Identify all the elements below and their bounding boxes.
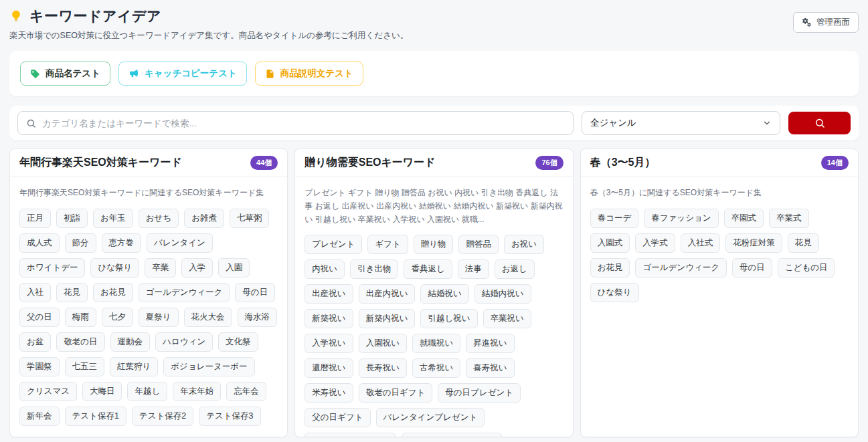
keyword-chip[interactable]: おせち (139, 209, 179, 228)
keyword-chip[interactable]: 七草粥 (230, 209, 270, 228)
keyword-chip[interactable]: 入学 (181, 258, 213, 278)
keyword-chip[interactable]: こどもの日 (778, 258, 835, 278)
keyword-chip[interactable]: 入園祝い (359, 334, 407, 353)
keyword-chip[interactable]: 新築内祝い (359, 309, 416, 328)
keyword-chip[interactable]: 成人式 (19, 233, 60, 253)
keyword-chip[interactable]: 入園式 (590, 233, 630, 253)
keyword-chip[interactable]: 法事 (458, 259, 489, 279)
keyword-chip[interactable]: ボジョレーヌーボー (163, 357, 254, 376)
keyword-chip[interactable]: 新築祝い (305, 309, 353, 328)
keyword-chip[interactable]: 香典返し (404, 259, 452, 279)
search-input[interactable] (42, 118, 565, 128)
keyword-chip[interactable]: ひな祭り (90, 258, 139, 278)
keyword-chip[interactable]: 入学式 (635, 233, 675, 253)
keyword-chip[interactable]: 春ファッション (644, 209, 718, 228)
keyword-chip[interactable]: 春コーデ (590, 209, 639, 228)
keyword-chip[interactable]: テスト保存3 (199, 407, 260, 426)
keyword-chip[interactable]: 花火大会 (184, 308, 232, 327)
keyword-chip[interactable]: ゴールデンウィーク (635, 258, 727, 278)
genre-select[interactable]: 全ジャンル (582, 111, 780, 135)
keyword-chip[interactable]: 引き出物 (350, 259, 398, 279)
keyword-chip[interactable]: 入社 (19, 283, 51, 302)
keyword-chip[interactable]: 花見 (788, 233, 819, 253)
keyword-chip[interactable]: バレンタインプレゼント (376, 408, 485, 427)
keyword-chip[interactable]: 花粉症対策 (725, 233, 782, 253)
keyword-chip[interactable]: 夏祭り (139, 308, 179, 327)
keyword-chip[interactable]: 結婚祝い (420, 284, 468, 304)
keyword-chip[interactable]: 大晦日 (82, 382, 122, 401)
keyword-chip[interactable]: 引越し祝い (420, 309, 477, 328)
keyword-chip[interactable]: 卒業 (145, 258, 176, 278)
keyword-chip[interactable]: 運動会 (110, 332, 151, 352)
search-submit-button[interactable] (788, 112, 851, 134)
description-test-button[interactable]: 商品説明文テスト (255, 62, 363, 86)
keyword-chip[interactable]: 昇進祝い (466, 334, 514, 353)
keyword-chip[interactable]: 父の日 (19, 308, 60, 327)
keyword-chip[interactable]: 海水浴 (238, 308, 278, 327)
keyword-chip[interactable]: お祝い (504, 235, 544, 254)
keyword-chip[interactable]: 還暦祝い (305, 358, 353, 378)
keyword-chip[interactable]: 内祝い (305, 259, 345, 279)
keyword-chip[interactable]: 卒業祝い (483, 309, 531, 328)
keyword-chip[interactable]: 恵方巻 (102, 233, 142, 253)
keyword-chip[interactable]: 出産祝い (305, 284, 353, 304)
keyword-chip[interactable]: お雑煮 (184, 209, 224, 228)
keyword-chip[interactable]: お年玉 (93, 209, 133, 228)
tag-icon (30, 69, 40, 79)
keyword-chip[interactable]: 学園祭 (19, 357, 60, 376)
keyword-chip[interactable]: 正月 (19, 209, 51, 228)
keyword-chip[interactable]: 梅雨 (65, 308, 96, 327)
admin-screen-button[interactable]: 管理画面 (793, 12, 859, 33)
keyword-chip[interactable]: クリスマスプレゼント (402, 433, 502, 437)
keyword-chip[interactable]: 父の日ギフト (305, 408, 370, 427)
keyword-chip[interactable]: 結婚内祝い (474, 284, 531, 304)
keyword-chip[interactable]: 年越し (127, 382, 167, 401)
keyword-chip[interactable]: 文化祭 (218, 332, 258, 352)
keyword-chip[interactable]: ひな祭り (590, 283, 639, 302)
keyword-chip[interactable]: 古希祝い (412, 358, 460, 378)
keyword-chip[interactable]: プレゼント (305, 235, 362, 254)
keyword-chip[interactable]: ギフト (367, 235, 408, 254)
keyword-chip[interactable]: ハロウィン (155, 332, 213, 352)
keyword-chip[interactable]: 年末年始 (173, 382, 221, 401)
keyword-chip[interactable]: お花見 (590, 258, 630, 278)
keyword-chip[interactable]: ゴールデンウィーク (139, 283, 230, 302)
keyword-chip[interactable]: 敬老の日 (56, 332, 104, 352)
keyword-chip[interactable]: バレンタイン (147, 233, 213, 253)
keyword-chip[interactable]: 米寿祝い (305, 383, 353, 403)
keyword-chip[interactable]: 花見 (56, 283, 88, 302)
keyword-chip[interactable]: 卒業式 (769, 209, 809, 228)
keyword-chip[interactable]: 贈答品 (458, 235, 499, 254)
keyword-chip[interactable]: 七五三 (65, 357, 105, 376)
keyword-chip[interactable]: 紅葉狩り (110, 357, 158, 376)
keyword-card-title: 贈り物需要SEOキーワード (305, 156, 435, 170)
keyword-chip[interactable]: お花見 (93, 283, 133, 302)
keyword-chip[interactable]: 母の日 (732, 258, 772, 278)
keyword-chip[interactable]: お盆 (19, 332, 51, 352)
keyword-chip[interactable]: 節分 (65, 233, 96, 253)
keyword-chip[interactable]: 敬老の日ギフト (359, 383, 433, 403)
keyword-chip[interactable]: 入社式 (681, 233, 721, 253)
keyword-chip[interactable]: 喜寿祝い (466, 358, 514, 378)
keyword-chip[interactable]: 入園 (218, 258, 250, 278)
keyword-chip[interactable]: 新年会 (19, 407, 60, 426)
keyword-chip[interactable]: クリスマス (19, 382, 77, 401)
keyword-chip[interactable]: 長寿祝い (359, 358, 407, 378)
keyword-chip[interactable]: 卒園式 (724, 209, 764, 228)
product-name-test-button[interactable]: 商品名テスト (20, 62, 110, 86)
keyword-chip[interactable]: 出産内祝い (359, 284, 416, 304)
keyword-chip[interactable]: お返し (495, 259, 535, 279)
keyword-chip[interactable]: テスト保存1 (65, 407, 126, 426)
keyword-chip[interactable]: 入学祝い (305, 334, 353, 353)
keyword-chip[interactable]: ホワイトデー (19, 258, 85, 278)
keyword-chip[interactable]: ホワイトデーギフト (305, 433, 396, 437)
keyword-chip[interactable]: 忘年会 (226, 382, 266, 401)
keyword-chip[interactable]: 初詣 (56, 209, 88, 228)
keyword-chip[interactable]: 母の日プレゼント (438, 383, 521, 403)
keyword-chip[interactable]: 就職祝い (412, 334, 460, 353)
keyword-chip[interactable]: テスト保存2 (132, 407, 193, 426)
catch-copy-test-button[interactable]: キャッチコピーテスト (118, 62, 247, 86)
keyword-chip[interactable]: 母の日 (235, 283, 275, 302)
keyword-chip[interactable]: 贈り物 (414, 235, 454, 254)
keyword-chip[interactable]: 七夕 (102, 308, 133, 327)
